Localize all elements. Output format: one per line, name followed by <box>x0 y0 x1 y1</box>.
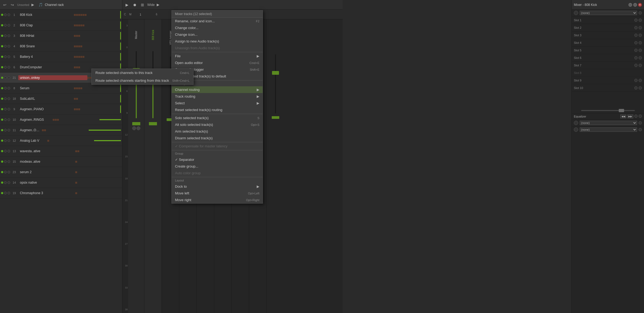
right-panel-header: Mixer - 808 Kick — □ ✕ <box>572 0 644 10</box>
track-12-fader[interactable] <box>272 71 279 75</box>
ch-dots <box>42 129 88 131</box>
channel-row[interactable]: 12 Analog Lab V <box>0 136 122 146</box>
master-knob[interactable] <box>132 126 136 130</box>
play-button[interactable]: ▶ <box>124 2 130 8</box>
send-knob-2[interactable] <box>574 127 578 132</box>
master-knob2[interactable] <box>137 126 140 130</box>
none-slot[interactable]: (none) <box>572 10 644 16</box>
menu-section-layout: Layout <box>172 178 263 183</box>
ch-name: 808 Kick <box>18 13 74 17</box>
col-1: 1 <box>133 13 148 16</box>
slot-4-led <box>634 41 638 44</box>
undo-button[interactable]: ↩ <box>2 2 8 8</box>
send-slot-2[interactable]: (none) <box>572 126 644 133</box>
dot <box>76 14 78 16</box>
ch-name: Battery 4 <box>18 55 74 59</box>
menu-rename[interactable]: Rename, color and icon... F2 <box>172 18 263 24</box>
menu-dock-to[interactable]: Dock to ▶ <box>172 183 263 190</box>
channel-row[interactable]: 18 SubLabXL <box>0 94 122 104</box>
submenu-route-from[interactable]: Route selected channels starting from th… <box>92 77 193 84</box>
channel-row[interactable]: 10 Augmen..RINGS <box>0 115 122 125</box>
maximize-button[interactable]: □ <box>633 3 637 7</box>
channel-row[interactable]: 9 Augmen..PIANO <box>0 104 122 115</box>
menu-solo[interactable]: Solo selected track(s) S <box>172 115 263 121</box>
slot-2[interactable]: Slot 2 <box>572 24 644 31</box>
led-off2 <box>8 192 10 194</box>
slot-8[interactable]: Slot 8 <box>572 69 644 77</box>
menu-disarm[interactable]: Disarm selected track(s) <box>172 135 263 141</box>
led-off2 <box>8 24 10 27</box>
slot-1[interactable]: Slot 1 <box>572 16 644 24</box>
menu-change-icon-label: Change icon... <box>175 33 198 37</box>
slot-5[interactable]: Slot 5 <box>572 47 644 54</box>
slot-9[interactable]: Slot 9 <box>572 77 644 84</box>
master-channel[interactable]: Master <box>128 19 144 313</box>
channel-row[interactable]: 23 serum 2 <box>0 167 122 177</box>
menu-arm[interactable]: Arm selected track(s) <box>172 128 263 135</box>
channel-row[interactable]: 11 Augmen..OICES <box>0 125 122 136</box>
808-kick-channel[interactable]: 808 Kick <box>144 19 162 313</box>
menu-file[interactable]: File ▶ <box>172 53 263 59</box>
channel-row[interactable]: 13 wavesta..ative <box>0 146 122 156</box>
channel-row[interactable]: 1 808 Kick <box>0 10 122 20</box>
right-fader-handle[interactable] <box>619 109 624 112</box>
right-fader[interactable] <box>581 110 635 111</box>
channel-row[interactable]: 19 Chromaphone 3 <box>0 188 122 198</box>
menu-solo-label: Solo selected track(s) <box>175 116 209 120</box>
menu-move-right[interactable]: Move right Opt+Right <box>172 197 263 203</box>
track-12[interactable] <box>267 19 284 313</box>
send-select-2[interactable]: (none) <box>580 127 637 132</box>
pattern-button[interactable]: ⊞ <box>140 2 145 8</box>
channel-row[interactable]: 3 808 HiHat <box>0 31 122 41</box>
channel-row[interactable]: 14 opsix native <box>0 177 122 188</box>
ch-dots <box>74 66 120 68</box>
menu-sep-layout <box>172 177 263 177</box>
menu-move-left[interactable]: Move left Opt+Left <box>172 190 263 197</box>
menu-select[interactable]: Select ▶ <box>172 100 263 106</box>
channel-row[interactable]: 15 modwav..ative <box>0 156 122 167</box>
channel-rack-title: Channel rack <box>45 3 64 7</box>
led-off <box>4 118 7 121</box>
menu-channel-routing[interactable]: Channel routing ▶ <box>172 86 263 93</box>
slot-10[interactable]: Slot 10 <box>572 84 644 92</box>
channel-row[interactable]: 2 808 Clap <box>0 20 122 31</box>
menu-separator-item[interactable]: ✓ Separator <box>172 156 263 163</box>
record-button[interactable]: ⏺ <box>132 2 138 8</box>
channel-row[interactable]: 5 Battery 4 <box>0 52 122 62</box>
slot-7[interactable]: Slot 7 <box>572 62 644 69</box>
ch-name: DrumComputer <box>18 65 74 69</box>
track-6-fader-track <box>170 56 171 116</box>
slot-6[interactable]: Slot 6 <box>572 54 644 62</box>
dot <box>85 14 87 16</box>
none-knob[interactable] <box>574 11 578 15</box>
dot <box>75 171 77 173</box>
close-button[interactable]: ✕ <box>638 3 642 7</box>
eq-btn-1[interactable]: ◀◀ <box>620 115 626 118</box>
channel-row[interactable]: 4 808 Snare <box>0 41 122 52</box>
menu-create-group[interactable]: Create group... <box>172 163 263 170</box>
slot-4[interactable]: Slot 4 <box>572 39 644 47</box>
menu-dock-to-label: Dock to <box>175 184 187 188</box>
menu-change-icon[interactable]: Change icon... <box>172 31 263 38</box>
scale-30: 30 <box>122 264 128 267</box>
eq-btn-2[interactable]: ▶▶ <box>627 115 633 118</box>
menu-alt-solo[interactable]: Alt solo selected track(s) Opt+S <box>172 121 263 128</box>
submenu-route-selected[interactable]: Route selected channels to this track Cm… <box>92 69 193 77</box>
send-select-1[interactable]: (none) <box>580 121 637 125</box>
redo-button[interactable]: ↪ <box>10 2 15 8</box>
menu-change-color[interactable]: Change color... <box>172 24 263 31</box>
menu-track-routing[interactable]: Track routing ▶ <box>172 93 263 100</box>
none-select[interactable]: (none) <box>580 11 637 15</box>
send-slot-1[interactable]: (none) <box>572 119 644 126</box>
menu-reset-routing[interactable]: Reset selected track(s) routing <box>172 106 263 113</box>
slot-3[interactable]: Slot 3 <box>572 31 644 39</box>
menu-open-audio-editor[interactable]: Open audio editor Cmd+E <box>172 59 263 66</box>
dot <box>53 119 55 121</box>
slot-7-led2 <box>639 64 642 67</box>
minimize-button[interactable]: — <box>628 3 632 7</box>
send-knob-1[interactable] <box>574 121 578 125</box>
slot-3-led <box>634 34 638 37</box>
menu-assign-audio[interactable]: Assign to new Audio track(s) <box>172 38 263 45</box>
ch-dots <box>74 87 120 89</box>
808-kick-fader-track <box>152 51 153 118</box>
